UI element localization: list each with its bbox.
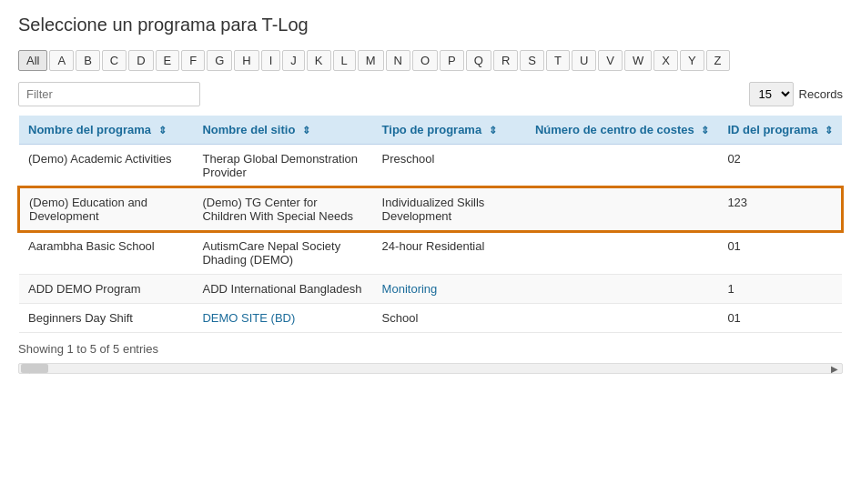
scrollbar-right-arrow[interactable]: ▶: [827, 364, 842, 374]
table-cell[interactable]: DEMO SITE (BD): [193, 304, 372, 333]
col-header[interactable]: Número de centro de costes ⇕: [526, 116, 718, 145]
table-cell[interactable]: Monitoring: [373, 275, 526, 304]
table-cell: [526, 187, 718, 231]
alpha-btn-r[interactable]: R: [493, 50, 518, 71]
col-header[interactable]: ID del programa ⇕: [718, 116, 842, 145]
table-cell: 123: [718, 187, 842, 231]
table-cell: (Demo) Academic Activities: [19, 145, 193, 188]
table-cell: 01: [718, 304, 842, 333]
sort-icon: ⇕: [158, 125, 167, 136]
table-cell: Individualized Skills Development: [373, 187, 526, 231]
alpha-btn-q[interactable]: Q: [466, 50, 491, 71]
alpha-btn-o[interactable]: O: [412, 50, 438, 71]
table-row[interactable]: Beginners Day ShiftDEMO SITE (BD)School0…: [19, 304, 842, 333]
alpha-btn-d[interactable]: D: [128, 50, 153, 71]
table-row[interactable]: ADD DEMO ProgramADD International Bangla…: [19, 275, 842, 304]
table-cell: [526, 145, 718, 188]
alpha-btn-m[interactable]: M: [358, 50, 384, 71]
alpha-btn-w[interactable]: W: [624, 50, 652, 71]
alpha-btn-x[interactable]: X: [653, 50, 678, 71]
table-row[interactable]: (Demo) Education and Development(Demo) T…: [19, 187, 842, 231]
alphabet-bar: AllABCDEFGHIJKLMNOPQRSTUVWXYZ: [18, 50, 843, 71]
cell-link[interactable]: Monitoring: [382, 282, 438, 296]
table-cell: Beginners Day Shift: [19, 304, 193, 333]
table-header-row: Nombre del programa ⇕Nombre del sitio ⇕T…: [19, 116, 842, 145]
alpha-btn-s[interactable]: S: [520, 50, 544, 71]
table-row[interactable]: Aarambha Basic SchoolAutismCare Nepal So…: [19, 231, 842, 275]
col-header[interactable]: Nombre del programa ⇕: [19, 116, 193, 145]
records-control: 510152025 Records: [749, 82, 843, 106]
table-cell: 24-hour Residential: [373, 231, 526, 275]
alpha-btn-y[interactable]: Y: [680, 50, 704, 71]
table-cell: 01: [718, 231, 842, 275]
col-header[interactable]: Nombre del sitio ⇕: [193, 116, 372, 145]
alpha-btn-t[interactable]: T: [546, 50, 570, 71]
alpha-btn-l[interactable]: L: [333, 50, 356, 71]
records-per-page-select[interactable]: 510152025: [749, 82, 794, 106]
sort-icon: ⇕: [701, 125, 709, 136]
alpha-btn-b[interactable]: B: [76, 50, 100, 71]
alpha-btn-a[interactable]: A: [49, 50, 74, 71]
sort-icon: ⇕: [302, 125, 310, 136]
toolbar: 510152025 Records: [18, 82, 843, 106]
alpha-btn-j[interactable]: J: [282, 50, 305, 71]
table-cell: [526, 275, 718, 304]
sort-icon: ⇕: [825, 125, 833, 136]
showing-entries-text: Showing 1 to 5 of 5 entries: [18, 342, 843, 356]
table-cell: (Demo) Education and Development: [19, 187, 193, 231]
table-cell: School: [373, 304, 526, 333]
alpha-btn-n[interactable]: N: [386, 50, 410, 71]
alpha-btn-k[interactable]: K: [307, 50, 331, 71]
filter-input[interactable]: [18, 82, 200, 106]
table-cell: [526, 231, 718, 275]
table-body: (Demo) Academic ActivitiesTherap Global …: [19, 145, 842, 333]
col-header[interactable]: Tipo de programa ⇕: [373, 116, 526, 145]
cell-link[interactable]: DEMO SITE (BD): [202, 311, 295, 325]
table-cell: (Demo) TG Center for Children With Speci…: [193, 187, 372, 231]
table-cell: Therap Global Demonstration Provider: [193, 145, 372, 188]
table-cell: 1: [718, 275, 842, 304]
alpha-btn-i[interactable]: I: [261, 50, 281, 71]
scrollbar-thumb[interactable]: [21, 364, 48, 373]
horizontal-scrollbar[interactable]: ◀ ▶: [18, 363, 843, 374]
programs-table: Nombre del programa ⇕Nombre del sitio ⇕T…: [18, 116, 843, 333]
table-cell: AutismCare Nepal Society Dhading (DEMO): [193, 231, 372, 275]
alpha-btn-e[interactable]: E: [156, 50, 180, 71]
alpha-btn-g[interactable]: G: [207, 50, 232, 71]
alpha-btn-z[interactable]: Z: [706, 50, 730, 71]
table-cell: Preschool: [373, 145, 526, 188]
table-row[interactable]: (Demo) Academic ActivitiesTherap Global …: [19, 145, 842, 188]
table-cell: 02: [718, 145, 842, 188]
records-label: Records: [799, 87, 843, 101]
table-cell: ADD International Bangladesh: [193, 275, 372, 304]
alpha-btn-v[interactable]: V: [598, 50, 623, 71]
page-title: Seleccione un programa para T-Log: [18, 15, 843, 35]
alpha-btn-p[interactable]: P: [440, 50, 464, 71]
alpha-btn-h[interactable]: H: [234, 50, 258, 71]
alpha-btn-all[interactable]: All: [18, 50, 47, 71]
table-cell: Aarambha Basic School: [19, 231, 193, 275]
alpha-btn-c[interactable]: C: [102, 50, 127, 71]
sort-icon: ⇕: [489, 125, 497, 136]
table-cell: ADD DEMO Program: [19, 275, 193, 304]
alpha-btn-u[interactable]: U: [572, 50, 596, 71]
table-cell: [526, 304, 718, 333]
alpha-btn-f[interactable]: F: [181, 50, 205, 71]
